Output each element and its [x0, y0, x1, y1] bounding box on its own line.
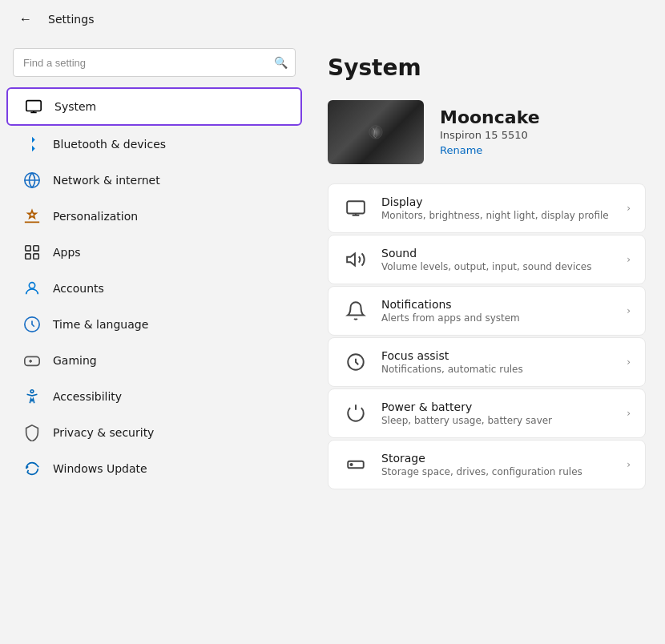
settings-item-title: Power & battery	[381, 400, 552, 413]
settings-item-text: DisplayMonitors, brightness, night light…	[381, 195, 609, 221]
settings-item-description: Volume levels, output, input, sound devi…	[381, 261, 591, 272]
svg-point-14	[351, 464, 353, 465]
settings-item-power-battery[interactable]: Power & batterySleep, battery usage, bat…	[328, 388, 646, 438]
sidebar-item-label: Windows Update	[53, 462, 147, 475]
device-model: Inspiron 15 5510	[440, 129, 540, 141]
settings-item-text: Power & batterySleep, battery usage, bat…	[381, 400, 552, 426]
settings-item-focus-assist[interactable]: Focus assistNotifications, automatic rul…	[328, 337, 646, 387]
sidebar-item-system[interactable]: System	[6, 87, 302, 126]
settings-item-title: Sound	[381, 247, 591, 260]
nav-items-container: SystemBluetooth & devicesNetwork & inter…	[0, 87, 308, 487]
sidebar-item-windows-update[interactable]: Windows Update	[6, 451, 302, 486]
settings-item-text: Focus assistNotifications, automatic rul…	[381, 349, 523, 375]
settings-item-text: NotificationsAlerts from apps and system	[381, 298, 520, 324]
sidebar-item-privacy[interactable]: Privacy & security	[6, 415, 302, 450]
sidebar-item-label: Accounts	[53, 282, 104, 295]
accessibility-icon	[22, 387, 42, 406]
sidebar-item-label: Bluetooth & devices	[53, 138, 166, 151]
settings-item-notifications[interactable]: NotificationsAlerts from apps and system…	[328, 286, 646, 336]
update-icon	[22, 459, 42, 478]
sidebar-item-apps[interactable]: Apps	[6, 235, 302, 270]
device-card: Mooncake Inspiron 15 5510 Rename	[328, 97, 646, 167]
sidebar-item-label: Accessibility	[53, 390, 122, 403]
svg-marker-12	[347, 253, 355, 265]
apps-icon	[22, 243, 42, 262]
settings-item-display[interactable]: DisplayMonitors, brightness, night light…	[328, 183, 646, 233]
svg-rect-2	[26, 246, 30, 251]
storage-icon	[343, 452, 369, 477]
settings-item-title: Storage	[381, 452, 582, 465]
sidebar-item-label: Time & language	[53, 318, 148, 331]
sidebar-item-label: Personalization	[53, 210, 138, 223]
settings-item-description: Monitors, brightness, night light, displ…	[381, 210, 609, 221]
rename-link[interactable]: Rename	[440, 144, 482, 156]
personalization-icon	[22, 207, 42, 226]
svg-rect-4	[26, 254, 30, 259]
search-input[interactable]	[13, 48, 296, 77]
svg-rect-3	[34, 246, 38, 251]
chevron-right-icon: ›	[627, 459, 631, 470]
page-title: System	[328, 54, 646, 81]
title-bar: ← Settings	[0, 0, 665, 38]
svg-point-6	[29, 283, 34, 288]
settings-item-title: Notifications	[381, 298, 520, 311]
svg-rect-11	[347, 201, 365, 213]
network-icon	[22, 171, 42, 190]
power-icon	[343, 400, 369, 426]
sidebar-item-gaming[interactable]: Gaming	[6, 343, 302, 378]
system-icon	[24, 97, 43, 116]
gaming-icon	[22, 351, 42, 370]
sidebar-item-label: Apps	[53, 246, 81, 259]
time-icon	[22, 315, 42, 334]
sidebar-item-personalization[interactable]: Personalization	[6, 199, 302, 234]
sidebar-item-time-language[interactable]: Time & language	[6, 307, 302, 342]
back-button[interactable]: ←	[13, 6, 38, 32]
settings-item-title: Display	[381, 195, 609, 208]
settings-item-title: Focus assist	[381, 349, 523, 362]
device-info: Mooncake Inspiron 15 5510 Rename	[440, 107, 540, 157]
chevron-right-icon: ›	[627, 305, 631, 316]
sidebar: 🔍 SystemBluetooth & devicesNetwork & int…	[0, 38, 308, 644]
app-title: Settings	[48, 13, 94, 26]
sidebar-item-label: Gaming	[53, 354, 97, 367]
search-box: 🔍	[13, 48, 296, 77]
settings-list: DisplayMonitors, brightness, night light…	[328, 183, 646, 489]
device-thumbnail	[328, 100, 424, 164]
sound-icon	[343, 247, 369, 272]
sidebar-item-network[interactable]: Network & internet	[6, 163, 302, 198]
windows-logo-icon	[367, 123, 385, 141]
display-icon	[343, 195, 369, 221]
settings-item-storage[interactable]: StorageStorage space, drives, configurat…	[328, 440, 646, 489]
bluetooth-icon	[22, 135, 42, 154]
privacy-icon	[22, 423, 42, 442]
content-area: System Moon	[308, 38, 665, 644]
settings-item-description: Sleep, battery usage, battery saver	[381, 415, 552, 426]
settings-item-text: SoundVolume levels, output, input, sound…	[381, 247, 591, 272]
chevron-right-icon: ›	[627, 356, 631, 368]
settings-item-description: Alerts from apps and system	[381, 312, 520, 324]
svg-point-9	[30, 390, 34, 393]
chevron-right-icon: ›	[627, 254, 631, 265]
main-layout: 🔍 SystemBluetooth & devicesNetwork & int…	[0, 38, 665, 644]
sidebar-item-accounts[interactable]: Accounts	[6, 271, 302, 306]
chevron-right-icon: ›	[627, 203, 631, 214]
settings-item-sound[interactable]: SoundVolume levels, output, input, sound…	[328, 235, 646, 284]
device-name: Mooncake	[440, 107, 540, 127]
svg-rect-0	[26, 101, 41, 111]
settings-item-description: Notifications, automatic rules	[381, 364, 523, 375]
chevron-right-icon: ›	[627, 408, 631, 419]
settings-item-description: Storage space, drives, configuration rul…	[381, 466, 582, 477]
accounts-icon	[22, 279, 42, 298]
sidebar-item-bluetooth[interactable]: Bluetooth & devices	[6, 127, 302, 162]
sidebar-item-label: Network & internet	[53, 174, 160, 187]
focus-icon	[343, 349, 369, 375]
settings-item-text: StorageStorage space, drives, configurat…	[381, 452, 582, 477]
sidebar-item-label: System	[54, 100, 96, 113]
svg-rect-5	[34, 254, 38, 259]
sidebar-item-accessibility[interactable]: Accessibility	[6, 379, 302, 414]
notifications-icon	[343, 298, 369, 324]
sidebar-item-label: Privacy & security	[53, 426, 154, 439]
